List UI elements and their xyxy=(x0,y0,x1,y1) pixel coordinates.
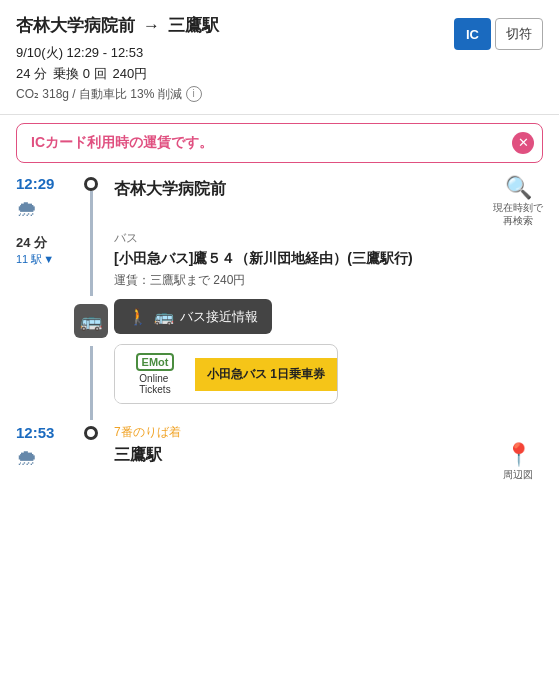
ic-notice-text: ICカード利用時の運賃です。 xyxy=(31,134,213,150)
ticket-button[interactable]: 切符 xyxy=(495,18,543,50)
ic-notice-banner: ICカード利用時の運賃です。 ✕ xyxy=(16,123,543,163)
map-icon: 📍 xyxy=(505,442,532,468)
bus-route-name: [小田急バス]鷹５４（新川団地経由）(三鷹駅行) xyxy=(114,249,543,269)
rescan-button[interactable]: 🔍 現在時刻で再検索 xyxy=(493,175,543,227)
duration-summary: 24 分 xyxy=(16,64,47,85)
co2-info-icon[interactable]: i xyxy=(186,86,202,102)
co2-text: CO₂ 318g / 自動車比 13% 削減 xyxy=(16,85,182,104)
bus-icon: 🚌 xyxy=(74,304,108,338)
fare-summary: 240円 xyxy=(113,64,148,85)
emot-logo: EMot xyxy=(136,353,175,371)
timeline-line-mid-bottom xyxy=(90,346,93,420)
map-button[interactable]: 📍 周辺図 xyxy=(493,442,543,482)
bus-icon-small: 🚌 xyxy=(154,307,174,326)
search-icon: 🔍 xyxy=(505,175,532,201)
departure-weather-icon: 🌧 xyxy=(16,196,76,222)
timeline-line-mid-top xyxy=(90,222,93,296)
from-station: 杏林大学病院前 xyxy=(16,14,135,37)
timeline-line-top xyxy=(90,191,93,222)
emot-part: EMot OnlineTickets xyxy=(115,345,195,403)
bus-proximity-button[interactable]: 🚶 🚌 バス接近情報 xyxy=(114,299,272,334)
transport-type: バス xyxy=(114,230,543,247)
transfers-summary: 乗換 0 回 xyxy=(53,64,106,85)
arrival-time: 12:53 xyxy=(16,424,76,441)
map-label: 周辺図 xyxy=(503,468,533,482)
pedestrian-icon: 🚶 xyxy=(128,307,148,326)
arrival-station: 三鷹駅 xyxy=(114,445,483,466)
ticket-cta-label: 小田急バス 1日乗車券 xyxy=(195,358,337,391)
proximity-label: バス接近情報 xyxy=(180,308,258,326)
to-station: 三鷹駅 xyxy=(168,14,219,37)
platform-text: 7番のりば着 xyxy=(114,424,483,441)
arrow-icon: → xyxy=(143,16,160,36)
departure-station: 杏林大学病院前 xyxy=(114,179,483,200)
ic-notice-close-button[interactable]: ✕ xyxy=(512,132,534,154)
arrival-weather-icon: 🌧 xyxy=(16,445,76,471)
online-tickets-label: OnlineTickets xyxy=(139,373,170,395)
online-ticket-button[interactable]: EMot OnlineTickets 小田急バス 1日乗車券 xyxy=(114,344,338,404)
departure-dot xyxy=(84,177,98,191)
segment-fare: 運賃：三鷹駅まで 240円 xyxy=(114,272,543,289)
arrival-dot xyxy=(84,426,98,440)
segment-duration: 24 分 xyxy=(16,234,76,252)
departure-time: 12:29 xyxy=(16,175,76,192)
ic-button[interactable]: IC xyxy=(454,18,491,50)
stops-count[interactable]: 11 駅 ▼ xyxy=(16,252,76,267)
